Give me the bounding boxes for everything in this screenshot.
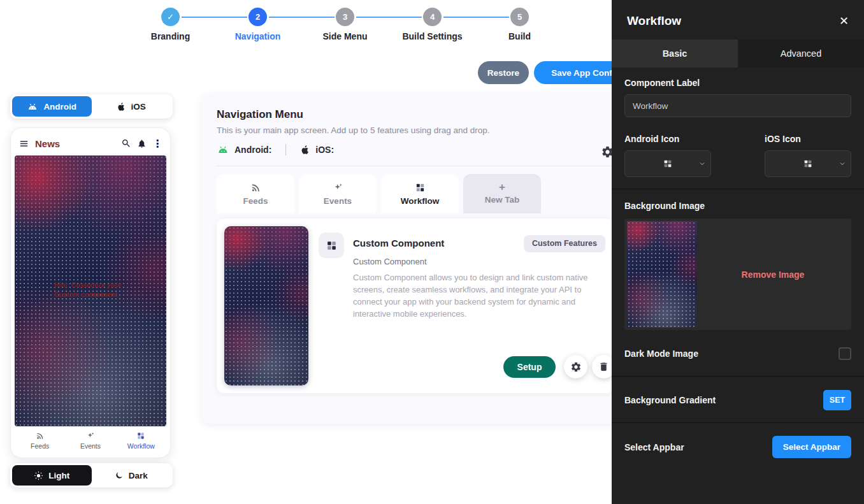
tab-label: Workflow: [401, 196, 440, 206]
apple-icon: [300, 145, 310, 155]
android-icon-label: Android Icon: [624, 134, 726, 144]
dark-mode-button[interactable]: Dark: [92, 465, 171, 486]
component-label-input[interactable]: [624, 94, 851, 117]
select-appbar-button[interactable]: Select Appbar: [772, 436, 851, 458]
step-indicator: 5: [510, 8, 529, 26]
ios-toggle-button[interactable]: iOS: [92, 96, 171, 117]
component-title: Custom Component: [353, 238, 444, 248]
restore-button[interactable]: Restore: [478, 61, 529, 84]
divider: [612, 422, 864, 423]
phone-appbar-title: News: [35, 138, 60, 149]
phone-nav-label: Events: [80, 442, 101, 450]
tab-workflow[interactable]: Workflow: [381, 174, 459, 213]
close-icon[interactable]: ✕: [839, 14, 849, 28]
step-label: Navigation: [235, 31, 281, 41]
ios-label: iOS:: [315, 145, 334, 155]
step-label: Branding: [151, 31, 190, 41]
settings-panel-title: Workflow: [627, 14, 681, 28]
light-mode-label: Light: [48, 471, 69, 480]
dark-mode-label: Dark: [129, 471, 148, 480]
set-gradient-button[interactable]: SET: [823, 390, 851, 410]
bell-icon[interactable]: [137, 139, 147, 148]
divider: [612, 376, 864, 377]
component-settings-gear-icon[interactable]: [564, 355, 587, 378]
android-toggle-label: Android: [43, 102, 76, 112]
grid-icon: [663, 159, 673, 169]
sparkle-icon: [333, 182, 343, 193]
hamburger-menu-icon[interactable]: [18, 138, 29, 149]
component-description: Custom Component allows you to design an…: [353, 272, 603, 320]
component-thumbnail-image: [224, 226, 308, 385]
tab-feeds[interactable]: Feeds: [217, 174, 294, 213]
remove-image-button[interactable]: Remove Image: [697, 270, 849, 280]
tab-basic[interactable]: Basic: [612, 40, 738, 68]
tab-new-tab[interactable]: + New Tab: [463, 174, 541, 213]
tab-label: New Tab: [485, 195, 520, 205]
android-icon-select[interactable]: [624, 150, 711, 177]
grid-icon: [803, 159, 813, 169]
stepper-step-branding[interactable]: ✓ Branding: [127, 8, 214, 41]
android-icon: [27, 103, 38, 110]
settings-body: Component Label Android Icon iOS I: [612, 68, 864, 458]
rss-icon: [250, 182, 261, 193]
phone-nav-events[interactable]: Events: [65, 431, 115, 450]
component-panel: Custom Component Custom Features Custom …: [217, 219, 614, 393]
navigation-menu-card: Navigation Menu This is your main app sc…: [201, 94, 630, 424]
tab-advanced[interactable]: Advanced: [738, 40, 864, 68]
background-gradient-row: Background Gradient SET: [624, 389, 851, 411]
phone-appbar: News ⋮: [15, 131, 166, 155]
background-image-preview: Remove Image: [624, 219, 851, 330]
chevron-down-icon: [698, 160, 706, 168]
moon-icon: [115, 471, 124, 480]
phone-preview: News ⋮ Hint: Customize your Custom compo…: [10, 127, 171, 458]
step-indicator: 4: [423, 8, 442, 26]
android-icon-column: Android Icon: [624, 134, 726, 177]
ios-icon-label: iOS Icon: [765, 134, 851, 144]
setup-button[interactable]: Setup: [503, 356, 556, 378]
android-icon: [217, 146, 229, 154]
apple-icon: [117, 102, 126, 112]
stepper-step-build-settings[interactable]: 4 Build Settings: [389, 8, 476, 41]
ios-icon-column: iOS Icon: [765, 134, 851, 177]
phone-nav-label: Feeds: [31, 442, 49, 450]
tab-label: Events: [324, 196, 352, 206]
stepper: ✓ Branding 2 Navigation 3 Side Menu 4 Bu…: [127, 8, 563, 41]
stepper-step-build[interactable]: 5 Build: [476, 8, 563, 41]
background-gradient-label: Background Gradient: [624, 395, 716, 405]
app-builder-root: ✓ Branding 2 Navigation 3 Side Menu 4 Bu…: [0, 0, 864, 504]
custom-features-badge[interactable]: Custom Features: [524, 235, 605, 252]
search-icon[interactable]: [121, 138, 131, 148]
icon-selects-row: Android Icon iOS Icon: [624, 134, 851, 177]
tab-events[interactable]: Events: [299, 174, 377, 213]
preview-background-image: Hint: Customize your Custom component: [15, 155, 166, 426]
preview-hint-text: Hint: Customize your Custom component: [54, 280, 137, 299]
feature-tabs: Feeds Events Workflow + New Tab: [217, 174, 614, 213]
theme-toggle: Light Dark: [10, 463, 173, 487]
step-label: Side Menu: [322, 31, 367, 41]
grid-icon: [136, 431, 145, 440]
platform-toggle: Android iOS: [10, 94, 173, 119]
navigation-menu-subtitle: This is your main app screen. Add up to …: [217, 126, 614, 135]
phone-bottom-nav: Feeds Events Workflow: [15, 426, 166, 454]
divider: [285, 144, 286, 155]
light-mode-button[interactable]: Light: [12, 465, 92, 486]
dark-mode-image-label: Dark Mode Image: [624, 349, 698, 359]
tab-label: Feeds: [243, 196, 268, 206]
dark-mode-image-checkbox[interactable]: [839, 347, 851, 360]
settings-tabs: Basic Advanced: [612, 40, 864, 68]
stepper-step-navigation[interactable]: 2 Navigation: [214, 8, 301, 41]
grid-icon: [415, 182, 426, 193]
platform-icons-row: Android: iOS:: [217, 144, 614, 155]
kebab-menu-icon[interactable]: ⋮: [152, 138, 162, 150]
phone-nav-workflow[interactable]: Workflow: [116, 431, 166, 450]
step-label: Build Settings: [402, 31, 462, 41]
background-image-label: Background Image: [624, 201, 851, 211]
android-toggle-button[interactable]: Android: [12, 96, 92, 117]
select-appbar-row: Select Appbar Select Appbar: [624, 436, 851, 458]
ios-icon-select[interactable]: [765, 150, 851, 177]
ios-toggle-label: iOS: [131, 102, 146, 112]
rss-icon: [36, 431, 45, 440]
stepper-step-side-menu[interactable]: 3 Side Menu: [301, 8, 389, 41]
phone-nav-feeds[interactable]: Feeds: [15, 431, 65, 450]
divider: [217, 166, 614, 166]
